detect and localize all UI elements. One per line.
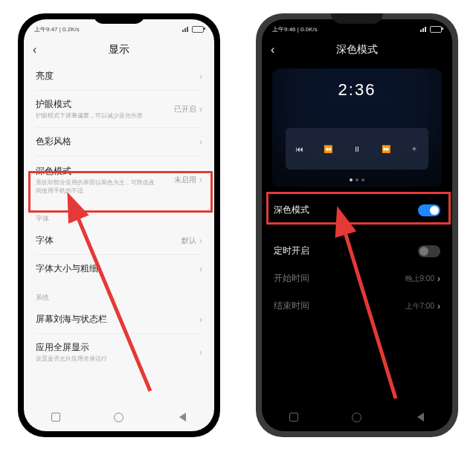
chevron-right-icon: › — [199, 137, 202, 147]
row-schedule-toggle[interactable]: 定时开启 — [262, 237, 452, 265]
rewind-icon: ⏪ — [324, 145, 332, 153]
row-label: 定时开启 — [274, 245, 309, 257]
toggle-switch[interactable] — [418, 245, 440, 257]
chevron-right-icon: › — [199, 71, 202, 82]
chevron-right-icon: › — [437, 274, 440, 284]
forward-icon: ⏩ — [382, 145, 390, 153]
row-notch-statusbar[interactable]: 屏幕刘海与状态栏 › — [24, 306, 214, 333]
row-value: 未启用 — [174, 175, 196, 185]
status-icons — [420, 26, 442, 33]
screen-left: 上午9:47 | 0.2K/s ‹ 显示 亮度 › 护眼模式 护眼模式下屏幕偏黄… — [24, 19, 214, 431]
row-label: 屏幕刘海与状态栏 — [36, 313, 107, 326]
row-font[interactable]: 字体 默认 › — [24, 227, 214, 254]
nav-back[interactable] — [414, 411, 426, 423]
nav-home[interactable] — [351, 411, 363, 423]
status-icons — [182, 26, 204, 33]
signal-icon — [420, 27, 428, 32]
nav-bar — [262, 407, 452, 427]
chevron-right-icon: › — [199, 314, 202, 325]
row-label: 深色模式 — [36, 165, 155, 178]
row-subtext: 设置是否允许应用全屏运行 — [36, 355, 107, 363]
battery-icon — [192, 26, 204, 33]
title-bar: ‹ 显示 — [24, 37, 214, 62]
status-time: 上午9:46 | 0.0K/s — [272, 25, 318, 33]
row-start-time: 开始时间 晚上9:00 › — [262, 265, 452, 292]
preview-media-card: ⏮ ⏪ ⏸ ⏩ ＋ — [286, 128, 428, 170]
row-dark-mode-toggle[interactable]: 深色模式 — [262, 196, 452, 224]
nav-recents[interactable] — [288, 411, 300, 423]
settings-list: 亮度 › 护眼模式 护眼模式下屏幕偏黄，可以减少蓝光伤害 已开启 › 色彩风格 … — [24, 62, 214, 378]
notch — [331, 13, 383, 24]
battery-icon — [430, 26, 442, 33]
row-label: 亮度 — [36, 70, 54, 83]
row-label: 字体 — [36, 234, 54, 247]
phone-left-frame: 上午9:47 | 0.2K/s ‹ 显示 亮度 › 护眼模式 护眼模式下屏幕偏黄… — [18, 13, 220, 437]
chevron-right-icon: › — [199, 264, 202, 274]
back-button[interactable]: ‹ — [33, 43, 36, 57]
preview-clock: 2:36 — [338, 80, 376, 100]
page-title: 深色模式 — [336, 43, 378, 57]
section-header-font: 字体 — [24, 204, 214, 227]
row-eye-comfort[interactable]: 护眼模式 护眼模式下屏幕偏黄，可以减少蓝光伤害 已开启 › — [24, 91, 214, 127]
page-title: 显示 — [109, 43, 129, 57]
section-header-system: 系统 — [24, 283, 214, 306]
plus-icon: ＋ — [411, 143, 418, 154]
row-label: 护眼模式 — [36, 98, 143, 111]
chevron-right-icon: › — [199, 104, 202, 114]
pause-icon: ⏸ — [353, 145, 361, 153]
phone-right-frame: 上午9:46 | 0.0K/s ‹ 深色模式 2:36 ⏮ ⏪ ⏸ ⏩ ＋ — [256, 13, 458, 437]
notch — [93, 13, 145, 24]
row-dark-mode[interactable]: 深色模式 系统和部分应用的界面以黑色为主，可降低夜间使用手机的不适 未启用 › — [24, 156, 214, 204]
title-bar: ‹ 深色模式 — [262, 37, 452, 62]
nav-home[interactable] — [113, 411, 125, 423]
nav-bar — [24, 407, 214, 427]
dot — [350, 178, 353, 181]
row-end-time: 结束时间 上午7:00 › — [262, 292, 452, 320]
chevron-right-icon: › — [199, 175, 202, 185]
signal-icon — [182, 27, 190, 32]
dot — [356, 178, 358, 181]
chevron-right-icon: › — [437, 301, 440, 312]
row-brightness[interactable]: 亮度 › — [24, 62, 214, 90]
row-color-style[interactable]: 色彩风格 › — [24, 128, 214, 155]
row-value: 默认 — [181, 236, 196, 246]
chevron-right-icon: › — [199, 347, 202, 358]
dark-mode-preview: 2:36 ⏮ ⏪ ⏸ ⏩ ＋ — [272, 68, 442, 187]
row-font-size[interactable]: 字体大小与粗细 › — [24, 255, 214, 283]
screen-right: 上午9:46 | 0.0K/s ‹ 深色模式 2:36 ⏮ ⏪ ⏸ ⏩ ＋ — [262, 19, 452, 431]
back-button[interactable]: ‹ — [271, 43, 274, 57]
row-fullscreen-apps[interactable]: 应用全屏显示 设置是否允许应用全屏运行 › — [24, 334, 214, 370]
dot — [361, 178, 364, 181]
row-label: 深色模式 — [274, 204, 309, 216]
row-label: 字体大小与粗细 — [36, 262, 98, 275]
row-label: 色彩风格 — [36, 135, 71, 148]
nav-back[interactable] — [176, 411, 188, 423]
row-value: 晚上9:00 — [405, 274, 434, 284]
row-label: 开始时间 — [274, 272, 309, 285]
status-time: 上午9:47 | 0.2K/s — [34, 25, 80, 33]
row-label: 应用全屏显示 — [36, 341, 107, 354]
row-subtext: 系统和部分应用的界面以黑色为主，可降低夜间使用手机的不适 — [36, 179, 155, 195]
row-label: 结束时间 — [274, 300, 309, 312]
toggle-switch[interactable] — [418, 204, 440, 216]
row-value: 已开启 — [174, 104, 196, 114]
row-subtext: 护眼模式下屏幕偏黄，可以减少蓝光伤害 — [36, 112, 143, 120]
prev-track-icon: ⏮ — [296, 145, 303, 153]
chevron-right-icon: › — [199, 236, 202, 246]
nav-recents[interactable] — [50, 411, 62, 423]
pager-dots — [350, 178, 364, 181]
row-value: 上午7:00 — [405, 301, 434, 312]
